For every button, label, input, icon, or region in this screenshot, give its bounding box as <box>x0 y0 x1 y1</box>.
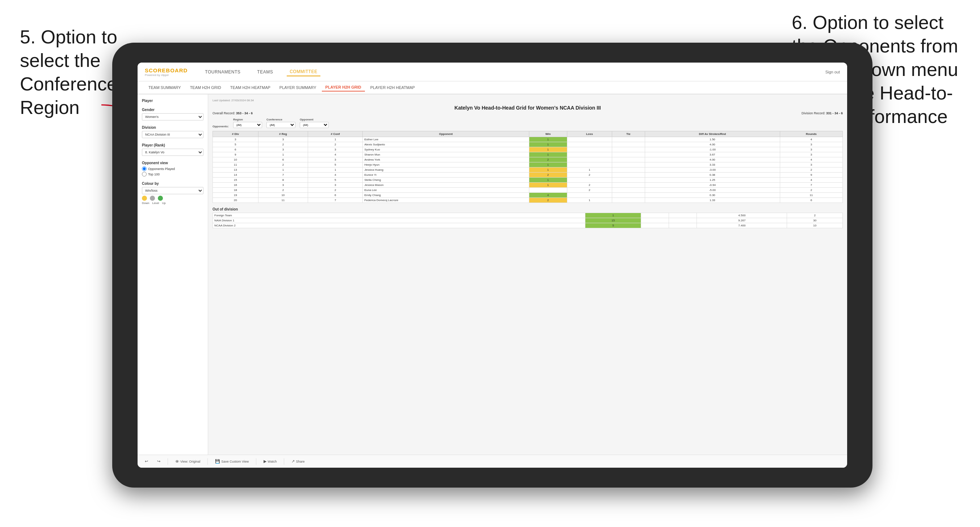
cell-conf: 5 <box>308 162 363 167</box>
undo-btn[interactable]: ↩ <box>143 458 150 464</box>
subnav-player-h2h-heatmap[interactable]: PLAYER H2H HEATMAP <box>367 84 418 91</box>
filter-row: Opponents: Region (All) Conference (All) <box>213 118 843 128</box>
gender-select[interactable]: Women's <box>142 113 204 121</box>
subnav-team-summary[interactable]: TEAM SUMMARY <box>145 84 185 91</box>
watch-btn[interactable]: ▶ Watch <box>262 458 278 464</box>
cell-rounds: 11 <box>780 193 842 198</box>
table-row: 18 2 2 Euna Lee 2 -5.00 2 <box>213 188 843 193</box>
view-original-btn[interactable]: 👁 View: Original <box>173 459 202 464</box>
nav-bar: SCOREBOARD Powered by clippd TOURNAMENTS… <box>138 63 847 81</box>
table-row: 20 11 7 Federica Domecq Lacroze 2 1 1.33… <box>213 198 843 203</box>
ood-table-row: NAIA Division 1 15 9.267 30 <box>213 218 843 223</box>
colour-dots <box>142 196 204 201</box>
cell-diff: 0.30 <box>645 193 780 198</box>
cell-div: 16 <box>213 183 258 188</box>
cell-reg: 2 <box>258 142 308 147</box>
redo-btn[interactable]: ↪ <box>155 458 162 464</box>
cell-reg: 3 <box>258 137 308 142</box>
toolbar-sep-3 <box>256 458 256 465</box>
logo-sub: Powered by clippd <box>145 73 188 77</box>
cell-conf: 2 <box>308 142 363 147</box>
conference-select[interactable]: (All) <box>266 122 296 128</box>
cell-div: 6 <box>213 147 258 152</box>
table-row: 3 3 1 Esther Lee 1 1.50 4 <box>213 137 843 142</box>
division-select[interactable]: NCAA Division III <box>142 131 204 138</box>
cell-opponent: Eunice Yi <box>363 173 529 178</box>
cell-tie <box>612 157 645 162</box>
cell-loss <box>567 137 612 142</box>
cell-ood-name: NAIA Division 1 <box>213 218 585 223</box>
division-label: Division <box>142 125 204 130</box>
nav-sign-out[interactable]: Sign out <box>826 70 840 74</box>
nav-tournaments[interactable]: TOURNAMENTS <box>202 68 243 76</box>
subnav-team-h2h-grid[interactable]: TEAM H2H GRID <box>186 84 225 91</box>
cell-diff: 3.67 <box>645 152 780 157</box>
toolbar-sep-2 <box>207 458 208 465</box>
nav-teams[interactable]: TEAMS <box>254 68 276 76</box>
cell-win: 1 <box>529 178 567 183</box>
player-rank-select[interactable]: 8. Katelyn Vo <box>142 149 204 156</box>
region-select[interactable]: (All) <box>233 122 262 128</box>
cell-rounds: 3 <box>780 162 842 167</box>
th-loss: Loss <box>567 131 612 137</box>
cell-ood-tie <box>669 223 697 228</box>
radio-opponents-played[interactable]: Opponents Played <box>142 167 204 171</box>
cell-rounds: 3 <box>780 147 842 152</box>
cell-tie <box>612 178 645 183</box>
sub-nav: TEAM SUMMARY TEAM H2H GRID TEAM H2H HEAT… <box>138 81 847 94</box>
cell-diff: 4.00 <box>645 142 780 147</box>
share-btn[interactable]: ↗ Share <box>290 458 306 464</box>
player-label: Player <box>142 99 204 103</box>
opponent-select[interactable]: (All) <box>300 122 329 128</box>
save-icon: 💾 <box>215 459 220 464</box>
cell-rounds: 2 <box>780 167 842 173</box>
cell-loss <box>567 147 612 152</box>
subnav-player-h2h-grid[interactable]: PLAYER H2H GRID <box>322 84 365 92</box>
main-table: # Div # Reg # Conf Opponent Win Loss Tie… <box>213 131 843 203</box>
left-panel: Player Gender Women's Division NCAA Divi… <box>138 94 208 455</box>
subnav-team-h2h-heatmap[interactable]: TEAM H2H HEATMAP <box>227 84 274 91</box>
cell-diff: -5.00 <box>645 188 780 193</box>
colour-labels: Down Level Up <box>142 202 204 205</box>
nav-committee[interactable]: COMMITTEE <box>287 68 320 76</box>
radio-top-100[interactable]: Top 100 <box>142 172 204 176</box>
save-custom-view-btn[interactable]: 💾 Save Custom View <box>213 458 251 464</box>
cell-win: 1 <box>529 167 567 173</box>
view-original-label: View: Original <box>180 460 200 464</box>
ood-table-row: NCAA Division 2 5 7.400 10 <box>213 223 843 228</box>
table-row: 10 6 3 Andrea York 2 4.00 4 <box>213 157 843 162</box>
out-of-division-title: Out of division <box>213 207 843 211</box>
right-area: Last Updated: 27/03/2024 08:34 Katelyn V… <box>208 94 847 455</box>
cell-ood-diff: 7.400 <box>697 223 787 228</box>
cell-reg: 2 <box>258 162 308 167</box>
gender-label: Gender <box>142 108 204 112</box>
cell-div: 3 <box>213 137 258 142</box>
subnav-player-summary[interactable]: PLAYER SUMMARY <box>276 84 320 91</box>
cell-ood-rounds: 30 <box>787 218 843 223</box>
table-row: 14 7 4 Eunice Yi 2 2 0.38 9 <box>213 173 843 178</box>
conference-label: Conference <box>266 118 296 121</box>
logo-scoreboard: SCOREBOARD <box>145 67 188 73</box>
cell-div: 14 <box>213 173 258 178</box>
cell-win: 2 <box>529 198 567 203</box>
cell-diff: 0.38 <box>645 173 780 178</box>
cell-ood-tie <box>669 218 697 223</box>
cell-diff: 1.25 <box>645 178 780 183</box>
out-of-division-table: Foreign Team 1 4.500 2 NAIA Division 1 1… <box>213 213 843 228</box>
cell-ood-loss <box>641 223 669 228</box>
cell-rounds: 7 <box>780 183 842 188</box>
cell-win: 1 <box>529 183 567 188</box>
colour-by-select[interactable]: Win/loss <box>142 187 204 194</box>
cell-tie <box>612 173 645 178</box>
toolbar-sep-4 <box>284 458 284 465</box>
cell-ood-win: 15 <box>585 218 641 223</box>
cell-diff: -1.00 <box>645 147 780 152</box>
cell-conf: 1 <box>308 137 363 142</box>
cell-tie <box>612 142 645 147</box>
cell-win: 1 <box>529 162 567 167</box>
cell-tie <box>612 193 645 198</box>
cell-win: 2 <box>529 157 567 162</box>
player-rank-section: Player (Rank) 8. Katelyn Vo <box>142 143 204 156</box>
cell-tie <box>612 198 645 203</box>
cell-conf: 3 <box>308 183 363 188</box>
